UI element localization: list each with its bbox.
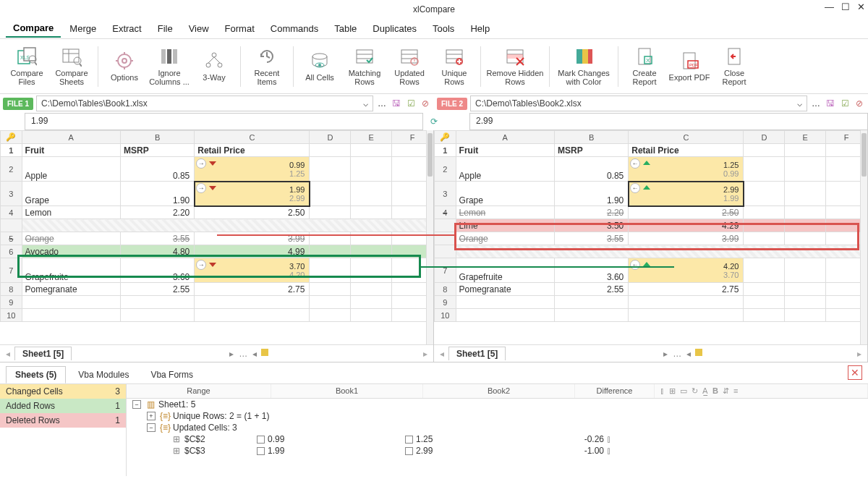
right-scrollbar[interactable] <box>860 130 867 344</box>
tab-prev-icon[interactable]: ◂ <box>6 349 10 359</box>
3way-button[interactable]: 3-Way <box>193 42 235 91</box>
file2-path-input[interactable]: C:\Demo\Tables\Book2.xlsx⌵ <box>470 96 807 111</box>
column-header[interactable]: E <box>785 131 826 144</box>
column-header[interactable]: A <box>456 131 554 144</box>
checkbox[interactable] <box>257 447 265 455</box>
scroll-left-icon[interactable]: ◂ <box>250 349 260 359</box>
file2-save-icon[interactable]: 🖫 <box>825 98 836 109</box>
file1-path-input[interactable]: C:\Demo\Tables\Book1.xlsx⌵ <box>36 96 373 111</box>
collapse-icon[interactable]: − <box>147 423 156 432</box>
close-report-button[interactable]: Close Report <box>713 42 755 91</box>
scroll-left-icon[interactable]: ◂ <box>684 349 694 359</box>
remove-hidden-button[interactable]: Remove Hidden Rows <box>486 42 544 91</box>
column-header[interactable]: C <box>629 131 744 144</box>
matching-rows-button[interactable]: Matching Rows <box>344 42 386 91</box>
checkbox[interactable] <box>405 447 413 455</box>
options-button[interactable]: Options <box>103 42 145 91</box>
scroll-right-icon[interactable]: ▸ <box>857 349 861 359</box>
tool-icon[interactable]: B <box>712 386 718 396</box>
menu-merge[interactable]: Merge <box>62 20 103 37</box>
detail-row[interactable]: ⊞ $C$2 0.99 1.25 -0.26⫿ <box>127 433 868 445</box>
tab-vba-modules[interactable]: Vba Modules <box>69 366 138 383</box>
compare-files-button[interactable]: XLSCompare Files <box>6 42 48 91</box>
create-report-button[interactable]: XCreate Report <box>624 42 665 91</box>
unique-rows-button[interactable]: Unique Rows <box>433 42 475 91</box>
diff-cell[interactable]: ←1.250.99 <box>629 157 744 182</box>
file1-more-icon[interactable]: … <box>376 98 388 109</box>
diff-cell[interactable]: ←2.991.99 <box>629 182 744 206</box>
menu-file[interactable]: File <box>150 20 180 37</box>
close-bottom-panel-button[interactable]: ✕ <box>848 365 862 380</box>
file1-formula-bar[interactable]: 1.99 <box>25 113 423 130</box>
chevron-down-icon[interactable]: ⌵ <box>363 98 368 109</box>
file2-check-icon[interactable]: ☑ <box>839 98 851 109</box>
detail-row[interactable]: ⊞ $C$3 1.99 2.99 -1.00⫿ <box>127 445 868 457</box>
summary-changed[interactable]: Changed Cells3 <box>0 384 126 399</box>
column-header[interactable]: A <box>22 131 120 144</box>
menu-tools[interactable]: Tools <box>425 20 461 37</box>
tool-icon[interactable]: ≡ <box>733 386 738 396</box>
file2-formula-bar[interactable]: 2.99 <box>469 113 868 130</box>
summary-deleted[interactable]: Deleted Rows1 <box>0 413 126 428</box>
column-header[interactable]: B <box>120 131 194 144</box>
file1-close-icon[interactable]: ⊘ <box>420 98 431 109</box>
tab-next-icon[interactable]: ▸ <box>660 349 671 359</box>
column-header[interactable]: C <box>195 131 310 144</box>
diff-cell[interactable]: ←4.203.70 <box>629 258 744 283</box>
column-header[interactable]: E <box>351 131 392 144</box>
diff-cell[interactable]: →0.991.25 <box>195 157 310 182</box>
tab-sheets[interactable]: Sheets (5) <box>6 366 66 383</box>
minimize-icon[interactable]: — <box>825 1 834 12</box>
menu-extract[interactable]: Extract <box>105 20 148 37</box>
export-pdf-button[interactable]: PDFExport PDF <box>668 42 710 91</box>
diff-cell[interactable]: →3.704.20 <box>195 258 310 283</box>
tab-next-icon[interactable]: ▸ <box>226 349 237 359</box>
tool-icon[interactable]: ⫿ <box>660 386 665 396</box>
tab-prev-icon[interactable]: ◂ <box>440 349 444 359</box>
ignore-columns-button[interactable]: Ignore Columns ... <box>148 42 190 91</box>
menu-view[interactable]: View <box>182 20 216 37</box>
menu-format[interactable]: Format <box>218 20 262 37</box>
mark-changes-button[interactable]: Mark Changes with Color <box>555 42 613 91</box>
right-grid[interactable]: 🔑ABCDEF1FruitMSRPRetail Price2Apple0.85←… <box>434 130 867 322</box>
compare-sheets-button[interactable]: Compare Sheets <box>51 42 93 91</box>
detail-row[interactable]: −{≡}Updated Cells: 3 <box>127 422 868 433</box>
tool-icon[interactable]: ▭ <box>680 386 687 396</box>
tool-icon[interactable]: A̲ <box>702 386 708 396</box>
detail-row[interactable]: +{≡}Unique Rows: 2 = (1 + 1) <box>127 410 868 422</box>
summary-added[interactable]: Added Rows1 <box>0 399 126 413</box>
expand-icon[interactable]: + <box>147 412 156 420</box>
updated-rows-button[interactable]: Updated Rows <box>388 42 430 91</box>
chevron-down-icon[interactable]: ⌵ <box>797 98 802 109</box>
menu-compare[interactable]: Compare <box>6 20 61 38</box>
checkbox[interactable] <box>257 436 265 444</box>
detail-row[interactable]: −▥Sheet1: 5 <box>127 399 868 410</box>
tool-icon[interactable]: ⊞ <box>669 386 676 396</box>
column-header[interactable]: D <box>310 131 351 144</box>
diff-cell[interactable]: →1.992.99 <box>195 182 310 206</box>
column-header[interactable]: D <box>744 131 785 144</box>
left-grid[interactable]: 🔑ABCDEF1FruitMSRPRetail Price2Apple0.85→… <box>0 130 433 322</box>
menu-duplicates[interactable]: Duplicates <box>365 20 424 37</box>
tab-vba-forms[interactable]: Vba Forms <box>141 366 203 383</box>
sync-icon[interactable]: ⟳ <box>430 116 438 127</box>
file1-check-icon[interactable]: ☑ <box>405 98 417 109</box>
checkbox[interactable] <box>405 436 413 444</box>
column-header[interactable]: B <box>554 131 628 144</box>
close-icon[interactable]: ✕ <box>857 1 865 12</box>
menu-table[interactable]: Table <box>327 20 364 37</box>
maximize-icon[interactable]: ☐ <box>841 1 850 12</box>
menu-help[interactable]: Help <box>463 20 497 37</box>
tool-icon[interactable]: ↻ <box>692 386 698 396</box>
file2-more-icon[interactable]: … <box>810 98 822 109</box>
scroll-right-icon[interactable]: ▸ <box>423 349 427 359</box>
file1-save-icon[interactable]: 🖫 <box>391 98 402 109</box>
left-sheet-tab[interactable]: Sheet1 [5] <box>14 347 72 360</box>
menu-commands[interactable]: Commands <box>263 20 326 37</box>
right-sheet-tab[interactable]: Sheet1 [5] <box>448 347 506 360</box>
file2-close-icon[interactable]: ⊘ <box>854 98 865 109</box>
all-cells-button[interactable]: All Cells <box>299 42 341 91</box>
left-scrollbar[interactable] <box>426 130 433 344</box>
collapse-icon[interactable]: − <box>132 400 141 409</box>
tool-icon[interactable]: ⇵ <box>723 386 729 396</box>
